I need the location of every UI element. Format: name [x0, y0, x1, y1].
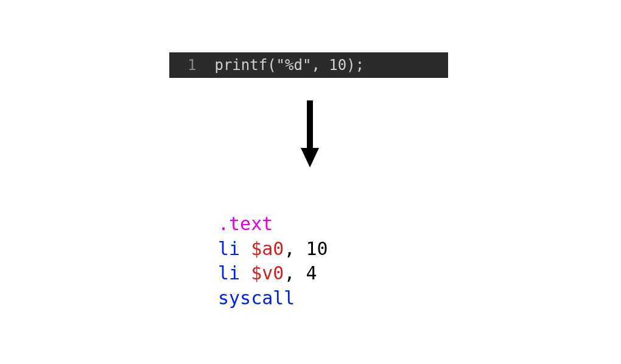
- asm-reg-1: $a0: [251, 238, 284, 259]
- asm-rest-2: , 4: [284, 262, 317, 284]
- asm-text-directive: .text: [218, 213, 273, 234]
- down-arrow-icon: [301, 100, 319, 167]
- asm-reg-2: $v0: [251, 262, 284, 284]
- asm-directive: .text: [218, 212, 328, 237]
- line-number: 1: [169, 57, 214, 74]
- asm-line-1: li $a0, 10: [218, 237, 328, 262]
- asm-instr-2: li: [218, 262, 240, 284]
- asm-line-3: syscall: [218, 286, 328, 311]
- asm-line-2: li $v0, 4: [218, 261, 328, 286]
- asm-rest-1: , 10: [284, 238, 328, 259]
- c-code-text: printf("%d", 10);: [214, 57, 364, 74]
- c-code-block: 1 printf("%d", 10);: [169, 52, 448, 78]
- svg-rect-0: [307, 100, 313, 149]
- assembly-code-block: .text li $a0, 10 li $v0, 4 syscall: [218, 212, 328, 310]
- svg-marker-1: [301, 148, 319, 167]
- asm-instr-3: syscall: [218, 287, 295, 309]
- asm-instr-1: li: [218, 238, 240, 259]
